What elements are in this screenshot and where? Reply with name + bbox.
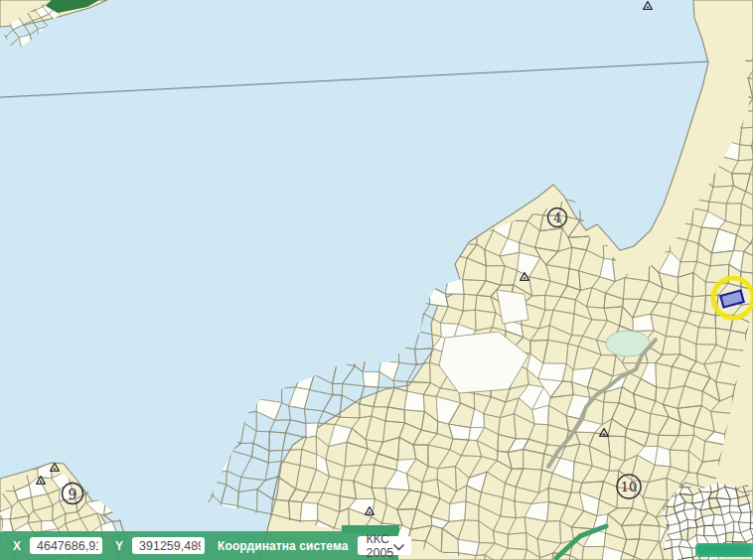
x-coordinate-input[interactable] [30,537,102,554]
x-label: X [13,539,21,553]
coordinate-system-label: Координатна система [218,539,348,553]
circled-label-9: 9 [63,484,83,504]
bottom-right-green-bar[interactable] [695,543,753,557]
svg-text:4: 4 [553,211,561,225]
chevron-down-icon [393,544,404,551]
circled-label-10: 10 [617,475,641,498]
map-canvas[interactable]: 4910 [0,0,753,560]
y-coordinate-input[interactable] [132,537,205,554]
svg-text:10: 10 [621,480,638,494]
svg-text:9: 9 [69,487,77,502]
circled-label-4: 4 [548,209,567,227]
white-parcel-patch [497,290,528,324]
y-label: Y [115,539,123,553]
coordinate-system-select[interactable]: ККС 2005 [358,536,412,555]
coordinate-system-value: ККС 2005 [367,532,394,560]
cadastral-map[interactable]: 4910 [0,0,753,560]
coordinate-bar: X Y Координатна система ККС 2005 [0,531,393,560]
